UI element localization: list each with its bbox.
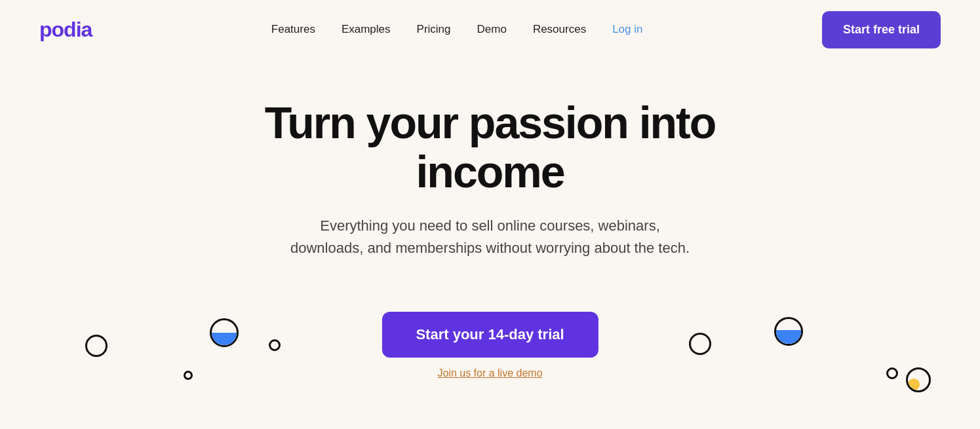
hero-title: Turn your passion into income (195, 98, 785, 196)
live-demo-link[interactable]: Join us for a live demo (437, 367, 542, 379)
nav-link-pricing[interactable]: Pricing (417, 23, 451, 35)
nav-item-pricing[interactable]: Pricing (417, 23, 451, 36)
nav-item-resources[interactable]: Resources (533, 23, 586, 36)
nav-item-examples[interactable]: Examples (342, 23, 391, 36)
cta-area: Start your 14-day trial Join us for a li… (13, 299, 967, 410)
circle-left-2 (210, 318, 239, 347)
nav-link-resources[interactable]: Resources (533, 23, 586, 35)
nav-link-examples[interactable]: Examples (342, 23, 391, 35)
start-free-trial-button[interactable]: Start free trial (822, 11, 941, 48)
circle-left-4 (184, 371, 193, 380)
nav-link-login[interactable]: Log in (612, 23, 642, 35)
circle-right-3 (886, 367, 898, 379)
circle-right-2 (774, 317, 803, 346)
circle-right-1 (689, 333, 711, 355)
circle-left-1 (85, 335, 108, 357)
hero-subtitle: Everything you need to sell online cours… (287, 215, 694, 259)
start-trial-button[interactable]: Start your 14-day trial (382, 312, 598, 358)
nav-item-features[interactable]: Features (271, 23, 315, 36)
nav-link-demo[interactable]: Demo (477, 23, 507, 35)
decorative-circles: Start your 14-day trial Join us for a li… (13, 305, 967, 410)
nav-item-demo[interactable]: Demo (477, 23, 507, 36)
brand-logo[interactable]: podia (39, 18, 92, 42)
circle-right-4 (906, 367, 931, 392)
nav-link-features[interactable]: Features (271, 23, 315, 35)
hero-section: Turn your passion into income Everything… (0, 59, 980, 410)
circle-left-3 (269, 339, 281, 351)
navbar: podia Features Examples Pricing Demo Res… (0, 0, 980, 59)
nav-item-login[interactable]: Log in (612, 23, 642, 36)
nav-links: Features Examples Pricing Demo Resources… (271, 23, 643, 36)
